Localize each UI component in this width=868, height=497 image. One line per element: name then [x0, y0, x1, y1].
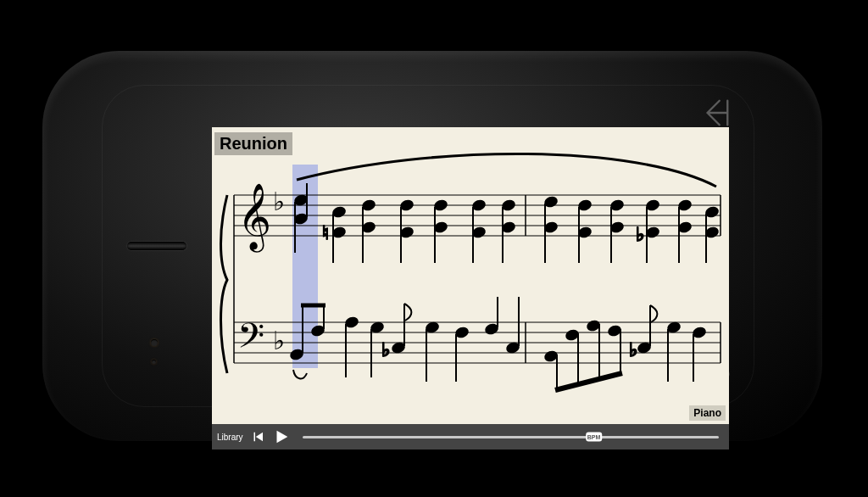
phone-body: Reunion: [42, 51, 822, 441]
svg-text:♮: ♮: [322, 222, 329, 243]
svg-point-74: [426, 321, 440, 333]
svg-point-60: [705, 226, 720, 238]
svg-point-76: [485, 323, 499, 335]
svg-point-49: [610, 199, 625, 211]
svg-point-91: [637, 342, 652, 354]
svg-point-95: [693, 327, 707, 338]
svg-point-83: [565, 329, 580, 341]
svg-point-21: [294, 213, 309, 225]
play-button[interactable]: [272, 427, 291, 446]
svg-point-53: [646, 226, 660, 238]
score-notation: 𝄞 𝄢 ♭ ♭ ♮: [212, 127, 729, 424]
svg-point-44: [544, 221, 559, 233]
rewind-button[interactable]: [250, 429, 265, 444]
svg-point-38: [472, 226, 487, 238]
svg-point-40: [502, 199, 516, 211]
svg-point-94: [667, 321, 682, 333]
svg-point-47: [578, 226, 593, 238]
svg-point-82: [544, 350, 559, 362]
svg-text:♭: ♭: [381, 339, 390, 360]
svg-point-20: [294, 194, 309, 206]
svg-point-32: [400, 226, 415, 238]
svg-point-46: [578, 199, 593, 211]
svg-point-68: [370, 321, 385, 333]
svg-point-43: [544, 196, 559, 208]
svg-point-59: [705, 206, 720, 218]
svg-point-85: [608, 325, 622, 337]
svg-point-63: [311, 325, 326, 337]
svg-point-56: [678, 199, 693, 211]
svg-point-35: [434, 221, 448, 233]
svg-point-24: [332, 206, 347, 218]
svg-point-29: [362, 221, 376, 233]
tempo-slider[interactable]: BPM: [303, 436, 719, 438]
svg-point-50: [610, 221, 625, 233]
svg-text:♭: ♭: [636, 224, 644, 245]
playback-controls: Library BPM: [212, 424, 729, 450]
svg-point-34: [434, 199, 448, 211]
earpiece-speaker: [127, 242, 186, 250]
svg-point-62: [290, 349, 304, 360]
svg-point-77: [506, 342, 520, 354]
score-view[interactable]: Reunion: [212, 127, 729, 424]
library-button[interactable]: Library: [217, 433, 243, 442]
svg-point-41: [502, 221, 516, 233]
svg-point-25: [332, 226, 347, 238]
svg-point-69: [392, 342, 406, 354]
bpm-slider-handle[interactable]: BPM: [586, 433, 603, 442]
svg-point-75: [455, 327, 470, 338]
svg-point-28: [362, 199, 376, 211]
svg-line-90: [555, 373, 622, 390]
svg-point-67: [345, 316, 359, 328]
svg-point-57: [678, 221, 693, 233]
sensors: [151, 339, 158, 364]
svg-point-37: [472, 199, 487, 211]
svg-text:𝄢: 𝄢: [237, 316, 264, 364]
instrument-chip: Piano: [689, 405, 726, 421]
svg-text:♭: ♭: [273, 327, 285, 355]
svg-text:♭: ♭: [273, 187, 285, 215]
svg-text:𝄞: 𝄞: [237, 183, 271, 253]
svg-text:♭: ♭: [629, 339, 637, 360]
app-screen: Reunion: [212, 127, 729, 450]
svg-point-52: [646, 199, 660, 211]
svg-point-31: [400, 199, 415, 211]
svg-point-84: [587, 320, 601, 332]
